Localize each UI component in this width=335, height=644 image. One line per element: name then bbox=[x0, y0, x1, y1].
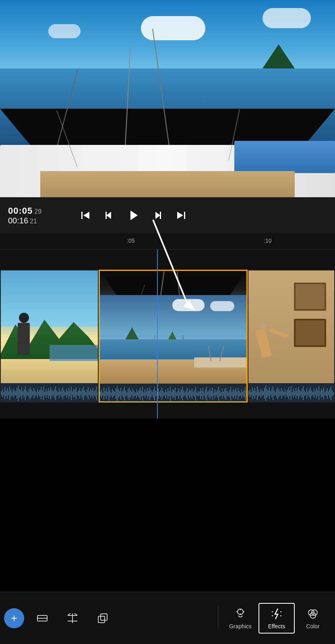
svg-rect-85 bbox=[93, 388, 93, 398]
svg-rect-20 bbox=[14, 390, 15, 396]
time-marker-10: :10 bbox=[264, 237, 271, 244]
svg-rect-145 bbox=[165, 389, 166, 398]
svg-rect-72 bbox=[77, 392, 78, 395]
clip-1-thumbnail bbox=[1, 270, 98, 383]
svg-rect-244 bbox=[285, 389, 285, 398]
svg-rect-45 bbox=[44, 392, 45, 395]
svg-rect-37 bbox=[35, 390, 35, 396]
color-button[interactable]: Color bbox=[295, 604, 331, 633]
svg-rect-40 bbox=[38, 391, 39, 395]
svg-rect-36 bbox=[33, 388, 34, 398]
svg-rect-174 bbox=[200, 388, 201, 399]
svg-rect-143 bbox=[163, 391, 163, 396]
svg-rect-118 bbox=[132, 388, 133, 399]
split-button[interactable] bbox=[62, 609, 83, 627]
svg-rect-169 bbox=[194, 390, 195, 397]
svg-rect-78 bbox=[84, 390, 85, 396]
svg-rect-184 bbox=[212, 388, 213, 400]
svg-rect-247 bbox=[288, 387, 289, 399]
duplicate-button[interactable] bbox=[93, 609, 113, 627]
skip-to-start-button[interactable] bbox=[78, 208, 93, 223]
svg-rect-215 bbox=[250, 389, 250, 397]
graphics-button[interactable]: Graphics bbox=[222, 604, 258, 633]
svg-rect-179 bbox=[206, 387, 207, 400]
svg-rect-92 bbox=[101, 390, 102, 398]
svg-rect-154 bbox=[176, 392, 177, 396]
svg-rect-98 bbox=[108, 387, 109, 400]
svg-rect-296 bbox=[101, 614, 107, 620]
svg-rect-183 bbox=[211, 391, 212, 396]
svg-rect-19 bbox=[13, 389, 14, 398]
svg-rect-241 bbox=[281, 388, 282, 398]
add-button[interactable]: + bbox=[4, 608, 24, 628]
svg-rect-151 bbox=[172, 389, 173, 398]
step-back-button[interactable] bbox=[101, 208, 116, 223]
svg-rect-229 bbox=[267, 389, 267, 398]
color-label: Color bbox=[306, 623, 319, 630]
svg-rect-162 bbox=[186, 390, 186, 397]
svg-rect-101 bbox=[112, 389, 113, 398]
svg-rect-280 bbox=[328, 391, 329, 395]
svg-rect-159 bbox=[182, 387, 183, 400]
clip-3[interactable] bbox=[248, 270, 335, 402]
svg-rect-95 bbox=[105, 391, 105, 396]
svg-rect-47 bbox=[47, 391, 48, 395]
svg-rect-275 bbox=[322, 390, 323, 397]
current-frames: 29 bbox=[34, 208, 41, 215]
svg-rect-10 bbox=[2, 389, 3, 397]
svg-rect-281 bbox=[329, 389, 330, 398]
svg-rect-156 bbox=[178, 388, 179, 399]
svg-rect-182 bbox=[210, 388, 211, 399]
svg-rect-65 bbox=[68, 388, 69, 398]
color-icon bbox=[306, 607, 320, 621]
trim-button[interactable] bbox=[32, 609, 52, 627]
svg-rect-25 bbox=[20, 390, 21, 396]
svg-rect-190 bbox=[219, 391, 220, 396]
svg-rect-263 bbox=[308, 391, 308, 395]
svg-rect-97 bbox=[107, 392, 108, 396]
effects-button[interactable]: Effects bbox=[258, 603, 295, 634]
toolbar-divider bbox=[218, 606, 218, 630]
timeline-tracks[interactable]: // Generated waveform bars bbox=[0, 250, 335, 419]
svg-rect-191 bbox=[221, 392, 221, 396]
svg-rect-175 bbox=[201, 391, 202, 396]
svg-rect-189 bbox=[218, 387, 219, 400]
svg-rect-240 bbox=[280, 391, 281, 395]
svg-rect-89 bbox=[97, 392, 98, 395]
svg-rect-0 bbox=[81, 212, 83, 219]
svg-rect-115 bbox=[129, 388, 130, 400]
trim-icon bbox=[36, 612, 48, 624]
svg-rect-271 bbox=[317, 390, 318, 396]
svg-rect-259 bbox=[303, 386, 304, 400]
svg-rect-51 bbox=[52, 390, 52, 397]
svg-rect-79 bbox=[85, 392, 86, 395]
svg-rect-253 bbox=[296, 388, 296, 398]
clip-1[interactable]: // Generated waveform bars bbox=[0, 270, 99, 402]
svg-rect-278 bbox=[326, 390, 327, 396]
svg-rect-3 bbox=[105, 212, 107, 219]
svg-rect-32 bbox=[29, 389, 29, 398]
svg-rect-135 bbox=[153, 389, 154, 398]
svg-rect-29 bbox=[25, 386, 26, 400]
svg-rect-270 bbox=[316, 388, 317, 398]
svg-rect-171 bbox=[196, 392, 197, 396]
svg-rect-276 bbox=[323, 387, 324, 399]
svg-rect-251 bbox=[293, 389, 294, 398]
svg-rect-160 bbox=[183, 391, 184, 396]
svg-rect-170 bbox=[195, 387, 196, 400]
svg-rect-268 bbox=[314, 389, 314, 398]
total-frames: 21 bbox=[30, 218, 37, 225]
svg-rect-246 bbox=[287, 390, 288, 397]
svg-marker-287 bbox=[183, 300, 195, 310]
svg-rect-158 bbox=[181, 389, 182, 398]
svg-rect-42 bbox=[41, 387, 41, 399]
svg-marker-2 bbox=[106, 212, 111, 219]
svg-rect-279 bbox=[327, 388, 328, 398]
svg-rect-128 bbox=[145, 389, 145, 398]
svg-rect-131 bbox=[148, 391, 149, 396]
svg-rect-88 bbox=[96, 386, 97, 400]
svg-rect-108 bbox=[120, 388, 121, 400]
svg-rect-196 bbox=[227, 391, 227, 396]
svg-rect-212 bbox=[246, 391, 246, 396]
svg-rect-232 bbox=[270, 391, 271, 395]
